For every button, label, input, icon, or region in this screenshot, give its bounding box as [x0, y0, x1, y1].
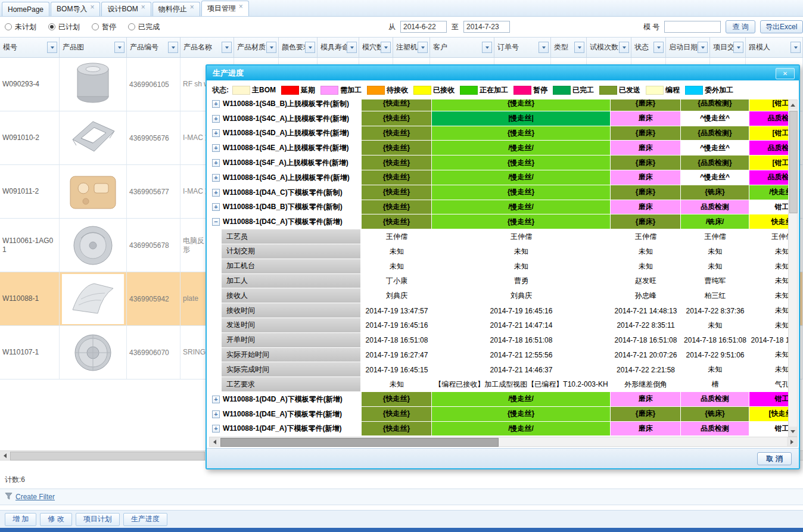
filter-dropdown-icon[interactable] [168, 42, 178, 53]
modify-button[interactable]: 修 改 [40, 513, 71, 526]
progress-row[interactable]: +W110088-1(D4B_B)下模板零件(新制){快走丝}/慢走丝/磨床品质… [209, 200, 788, 215]
filter-dropdown-icon[interactable] [733, 42, 743, 53]
column-header[interactable]: 注塑机 [393, 38, 430, 57]
mold-no-input[interactable] [664, 21, 721, 33]
expand-icon[interactable]: + [212, 174, 220, 182]
process-cell[interactable]: 品质检测 [749, 141, 788, 155]
filter-dropdown-icon[interactable] [619, 42, 629, 53]
expand-icon[interactable]: + [212, 100, 220, 108]
process-cell[interactable]: 磨床 [611, 422, 681, 437]
progress-row[interactable]: +W110088-1(S4G_A)上脱模板零件(新增){快走丝}/慢走丝/磨床^… [209, 170, 788, 185]
progress-row[interactable]: +W110088-1(S4C_A)上脱模板零件(新增){快走丝}|慢走丝|磨床^… [209, 111, 788, 126]
process-cell[interactable]: 快走丝 [749, 214, 788, 229]
process-cell[interactable]: 磨床 [611, 392, 681, 407]
filter-dropdown-icon[interactable] [381, 42, 391, 53]
scrollbar-thumb[interactable] [220, 438, 499, 447]
process-cell[interactable]: [快走丝] [749, 407, 788, 422]
process-cell[interactable]: {快走丝} [362, 111, 432, 126]
column-header[interactable]: 模具寿命 [318, 38, 359, 57]
column-header[interactable]: 订单号 [494, 38, 551, 57]
to-date-input[interactable] [463, 21, 510, 33]
process-cell[interactable]: {快走丝} [362, 422, 432, 437]
filter-dropdown-icon[interactable] [539, 42, 549, 53]
tab-item[interactable]: 设计BOM× [101, 2, 151, 16]
filter-dropdown-icon[interactable] [574, 42, 584, 53]
scroll-left-button[interactable] [0, 451, 10, 460]
status-radio[interactable]: 未计划 [5, 22, 36, 32]
process-cell[interactable]: {磨床} [611, 214, 681, 229]
collapse-icon[interactable]: − [212, 218, 220, 226]
process-cell[interactable]: [钳工] [749, 155, 788, 170]
column-header[interactable]: 模号 [0, 38, 60, 57]
process-cell[interactable]: /快走丝/ [749, 185, 788, 200]
process-cell[interactable]: {快走丝} [362, 214, 432, 229]
expand-icon[interactable]: + [212, 410, 220, 418]
scroll-left-button[interactable] [210, 437, 220, 446]
expand-icon[interactable]: + [212, 189, 220, 197]
filter-dropdown-icon[interactable] [222, 42, 232, 53]
expand-icon[interactable]: + [212, 159, 220, 167]
scrollbar-thumb[interactable] [10, 452, 205, 461]
process-cell[interactable]: {慢走丝} [432, 99, 611, 111]
progress-row[interactable]: +W110088-1(S4D_A)上脱模板零件(新增){快走丝}{慢走丝}{磨床… [209, 126, 788, 141]
process-cell[interactable]: 品质检测 [681, 200, 749, 215]
add-button[interactable]: 增 加 [5, 513, 36, 526]
process-cell[interactable]: {快走丝} [362, 200, 432, 215]
project-plan-button[interactable]: 项目计划 [76, 513, 120, 526]
status-radio[interactable]: 已完成 [128, 22, 160, 32]
status-radio[interactable]: 暂停 [92, 22, 116, 32]
process-cell[interactable]: {铣床} [681, 407, 749, 422]
process-cell[interactable]: [钳工] [749, 99, 788, 111]
filter-dropdown-icon[interactable] [482, 42, 492, 53]
process-cell[interactable]: 品质检测 [749, 111, 788, 126]
process-cell[interactable]: {磨床} [611, 407, 681, 422]
tab-item[interactable]: 项目管理× [201, 1, 249, 16]
process-cell[interactable]: {品质检测} [681, 155, 749, 170]
progress-row[interactable]: +W110088-1(S4B_B)上脱模板零件(新制){快走丝}{慢走丝}{磨床… [209, 99, 788, 111]
filter-dropdown-icon[interactable] [653, 42, 664, 53]
scroll-right-button[interactable] [787, 437, 797, 446]
query-button[interactable]: 查 询 [726, 20, 755, 33]
process-cell[interactable]: {磨床} [611, 99, 681, 111]
progress-row[interactable]: −W110088-1(D4C_A)下模板零件(新增){快走丝}{慢走丝}{磨床}… [209, 214, 788, 229]
process-cell[interactable]: {快走丝} [362, 126, 432, 141]
export-excel-button[interactable]: 导出Excel [760, 20, 803, 33]
tab-item[interactable]: HomePage [2, 2, 49, 16]
filter-dropdown-icon[interactable] [114, 42, 125, 53]
process-cell[interactable]: {快走丝} [362, 141, 432, 155]
column-header[interactable]: 试模次数 [587, 38, 631, 57]
tab-close-icon[interactable]: × [239, 4, 243, 10]
process-cell[interactable]: {慢走丝} [432, 185, 611, 200]
process-cell[interactable]: 钳工 [749, 422, 788, 437]
process-cell[interactable]: {磨床} [611, 155, 681, 170]
process-cell[interactable]: 品质检测 [681, 392, 749, 407]
column-header[interactable]: 类型 [551, 38, 587, 57]
process-cell[interactable]: {慢走丝} [432, 126, 611, 141]
process-cell[interactable]: 磨床 [611, 200, 681, 215]
filter-dropdown-icon[interactable] [418, 42, 428, 53]
process-cell[interactable]: 磨床 [611, 170, 681, 185]
process-cell[interactable]: 品质检测 [749, 170, 788, 185]
expand-icon[interactable]: + [212, 115, 220, 123]
status-radio[interactable]: 已计划 [48, 22, 80, 32]
from-date-input[interactable] [400, 21, 447, 33]
column-header[interactable]: 客户 [430, 38, 494, 57]
process-cell[interactable]: {磨床} [611, 126, 681, 141]
process-cell[interactable]: {慢走丝} [432, 214, 611, 229]
progress-row[interactable]: +W110088-1(D4F_A)下模板零件(新增){快走丝}/慢走丝/磨床品质… [209, 422, 788, 437]
cancel-button[interactable]: 取 消 [757, 452, 792, 465]
column-header[interactable]: 项目交期 [710, 38, 746, 57]
process-cell[interactable]: {品质检测} [681, 99, 749, 111]
filter-dropdown-icon[interactable] [266, 42, 276, 53]
expand-icon[interactable]: + [212, 203, 220, 211]
tab-close-icon[interactable]: × [190, 4, 194, 10]
process-cell[interactable]: [钳工] [749, 126, 788, 141]
expand-icon[interactable]: + [212, 396, 220, 403]
scroll-up-button[interactable] [789, 100, 797, 110]
progress-row[interactable]: +W110088-1(D4E_A)下模板零件(新增){快走丝}{慢走丝}{磨床}… [209, 407, 788, 422]
process-cell[interactable]: /慢走丝/ [432, 392, 611, 407]
process-cell[interactable]: 钳工 [749, 200, 788, 215]
process-cell[interactable]: {慢走丝} [432, 407, 611, 422]
column-header[interactable]: 启动日期 [666, 38, 710, 57]
filter-dropdown-icon[interactable] [698, 42, 708, 53]
